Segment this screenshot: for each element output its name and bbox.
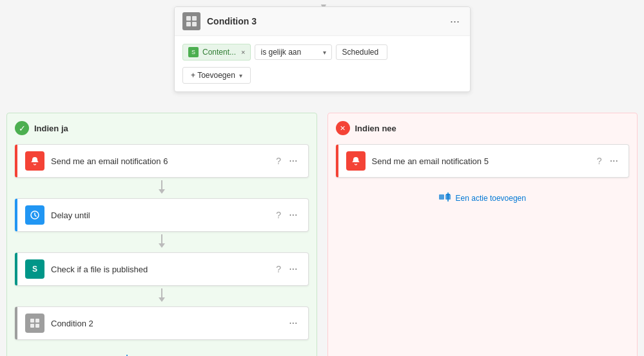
add-action-no-label: Een actie toevoegen xyxy=(456,194,526,203)
action-card-check-publish: S Check if a file is published ? ··· xyxy=(15,252,309,286)
condition3-header: Condition 3 ··· xyxy=(175,7,470,36)
canvas: ▼ Condition 3 ··· S xyxy=(0,0,644,356)
help-icon-email5[interactable]: ? xyxy=(597,156,602,166)
condition-tag-chip: S Content... × xyxy=(182,44,251,61)
condition3-icon xyxy=(182,12,200,30)
condition3-title: Condition 3 xyxy=(207,16,441,26)
branch-no-label: Indien nee xyxy=(355,124,396,133)
action-title-email5: Send me an email notification 5 xyxy=(372,156,590,166)
condition-operator-chevron: ▾ xyxy=(323,49,326,56)
branch-yes-icon: ✓ xyxy=(15,121,29,135)
help-icon-check-publish[interactable]: ? xyxy=(276,264,281,274)
action-actions-check-publish: ? ··· xyxy=(276,264,300,274)
more-btn-email5[interactable]: ··· xyxy=(607,156,621,166)
action-card-delay: Delay until ? ··· xyxy=(15,198,309,232)
add-action-no-icon xyxy=(439,192,452,204)
svg-rect-8 xyxy=(35,324,39,328)
condition3-body: S Content... × is gelijk aan ▾ Scheduled… xyxy=(175,36,470,91)
add-action-yes-button[interactable]: Een actie toevoegen xyxy=(15,349,309,356)
branch-no-icon: ✕ xyxy=(336,121,350,135)
branch-yes: ✓ Indien ja Send me an email notificatio… xyxy=(6,113,317,356)
tag-chip-close[interactable]: × xyxy=(241,48,245,56)
action-title-email6: Send me an email notification 6 xyxy=(51,156,269,166)
action-actions-condition2: ··· xyxy=(286,318,300,328)
condition-add-chevron: ▾ xyxy=(239,72,242,79)
action-actions-email6: ? ··· xyxy=(276,156,300,166)
condition3-wrapper: Condition 3 ··· S Content... × is gelijk… xyxy=(174,6,471,92)
condition-add-button[interactable]: + Toevoegen ▾ xyxy=(182,67,251,84)
svg-rect-1 xyxy=(192,16,197,21)
connector-1 xyxy=(15,180,309,196)
action-actions-email5: ? ··· xyxy=(597,156,621,166)
svg-rect-6 xyxy=(35,319,39,323)
svg-rect-13 xyxy=(439,194,444,200)
action-icon-condition2 xyxy=(25,314,44,333)
branches-container: ✓ Indien ja Send me an email notificatio… xyxy=(6,113,638,356)
help-icon-delay[interactable]: ? xyxy=(276,210,281,220)
action-title-condition2: Condition 2 xyxy=(51,319,280,328)
more-btn-email6[interactable]: ··· xyxy=(286,156,300,166)
branch-no-header: ✕ Indien nee xyxy=(336,121,630,135)
action-icon-email6 xyxy=(25,151,44,171)
branch-yes-label: Indien ja xyxy=(34,124,68,133)
svg-rect-3 xyxy=(192,22,197,26)
tag-chip-text: Content... xyxy=(202,48,236,57)
branch-yes-header: ✓ Indien ja xyxy=(15,121,309,135)
connector-3 xyxy=(15,288,309,304)
condition-row: S Content... × is gelijk aan ▾ Scheduled xyxy=(182,44,462,61)
condition3-card: Condition 3 ··· S Content... × is gelijk… xyxy=(174,6,471,92)
action-title-delay: Delay until xyxy=(51,211,269,220)
help-icon-email6[interactable]: ? xyxy=(276,156,281,166)
more-btn-delay[interactable]: ··· xyxy=(286,210,300,220)
action-card-email5: Send me an email notification 5 ? ··· xyxy=(336,144,630,178)
action-icon-delay xyxy=(25,205,44,225)
action-icon-check-publish: S xyxy=(25,259,44,279)
condition-value-input[interactable]: Scheduled xyxy=(336,44,387,60)
svg-rect-7 xyxy=(30,324,34,328)
condition3-more-button[interactable]: ··· xyxy=(447,15,462,27)
svg-rect-2 xyxy=(186,22,191,26)
branch-no: ✕ Indien nee Send me an email notificati… xyxy=(327,113,638,356)
add-action-no-button[interactable]: Een actie toevoegen xyxy=(336,187,630,209)
action-icon-email5 xyxy=(346,151,366,171)
more-btn-check-publish[interactable]: ··· xyxy=(286,264,300,274)
tag-chip-icon: S xyxy=(188,47,199,57)
condition-add-label: + Toevoegen xyxy=(191,71,235,80)
action-card-condition2: Condition 2 ··· xyxy=(15,306,309,340)
svg-rect-5 xyxy=(30,319,34,323)
action-card-email6: Send me an email notification 6 ? ··· xyxy=(15,144,309,178)
action-actions-delay: ? ··· xyxy=(276,210,300,220)
condition-operator-select[interactable]: is gelijk aan ▾ xyxy=(255,44,332,60)
condition-operator-label: is gelijk aan xyxy=(260,48,301,57)
connector-2 xyxy=(15,234,309,250)
more-btn-condition2[interactable]: ··· xyxy=(286,318,300,328)
svg-rect-0 xyxy=(186,16,191,21)
action-title-check-publish: Check if a file is published xyxy=(51,265,269,274)
